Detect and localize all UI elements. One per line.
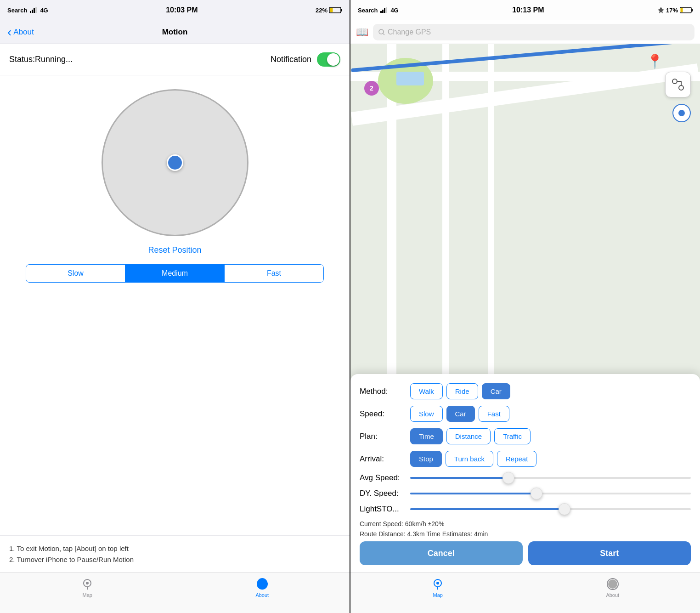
arrival-label: Arrival: [360,454,410,464]
dy-speed-thumb[interactable] [531,488,542,499]
joystick-dot[interactable] [167,154,183,171]
joystick-area: Reset Position Slow Medium Fast [0,75,350,535]
svg-rect-2 [34,8,35,13]
overlay-panel: Method: Walk Ride Car Speed: Slow Car Fa… [350,374,700,573]
notification-toggle[interactable] [317,52,340,67]
left-tab-bar: Map About [0,573,350,613]
svg-rect-14 [384,8,385,13]
dy-speed-slider[interactable] [410,493,691,494]
location-button[interactable] [672,104,691,122]
back-label: About [13,28,34,37]
speed-label: Speed: [360,409,410,419]
route-button[interactable] [665,72,691,97]
avg-speed-thumb[interactable] [502,472,514,484]
svg-point-11 [257,578,267,588]
right-battery-icon [680,7,693,13]
dy-speed-fill [410,493,536,494]
arrival-row: Arrival: Stop Turn back Repeat [360,451,691,467]
svg-rect-0 [30,11,31,13]
arrival-stop-button[interactable]: Stop [410,451,442,467]
left-tab-about-label: About [255,592,269,598]
instruction-2: 2. Turnover iPhone to Pause/Run Motion [9,554,340,565]
speed-slow-button[interactable]: Slow [410,406,443,422]
arrival-turnback-button[interactable]: Turn back [446,451,493,467]
right-tab-about-label: About [606,592,619,598]
plan-row: Plan: Time Distance Traffic [360,428,691,444]
status-notification-row: Status:Running... Notification [0,44,350,75]
destination-pin[interactable]: 📍 [646,53,663,69]
right-time: 10:13 PM [512,6,544,14]
right-carrier: Search [358,7,378,14]
dy-speed-label: DY. Speed: [360,489,410,498]
route-distance-info: Route Distance: 4.3km Time Estimates: 4m… [360,530,691,538]
speed-slow-button[interactable]: Slow [26,265,125,282]
lightsto-thumb[interactable] [559,503,570,515]
right-tab-map[interactable]: Map [350,578,525,598]
right-about-tab-icon [606,578,619,590]
cancel-button[interactable]: Cancel [360,541,523,565]
book-icon[interactable]: 📖 [356,26,368,38]
left-tab-map-label: Map [83,592,92,598]
battery-icon [329,7,342,13]
speed-buttons: Slow Car Fast [410,406,509,422]
left-carrier: Search [7,7,27,14]
svg-rect-3 [35,7,37,13]
method-walk-button[interactable]: Walk [410,383,443,399]
svg-point-19 [379,29,384,34]
avg-speed-slider[interactable] [410,477,691,479]
arrival-buttons: Stop Turn back Repeat [410,451,536,467]
speed-fast-button[interactable]: Fast [225,265,323,282]
svg-point-22 [679,85,683,90]
method-car-button[interactable]: Car [482,383,510,399]
nav-title: Motion [162,28,188,37]
start-button[interactable]: Start [528,541,691,565]
right-status-bar: Search 4G 10:13 PM 17% [350,0,700,20]
back-button[interactable]: About [7,26,34,39]
avg-speed-fill [410,477,508,479]
location-dot [677,108,686,118]
action-buttons: Cancel Start [360,541,691,565]
right-tab-about[interactable]: About [525,578,700,598]
search-icon [378,29,385,35]
avg-speed-row: Avg Speed: [360,473,691,482]
right-battery-pct: 17% [666,7,678,14]
left-nav-bar: About Motion [0,20,350,44]
right-status-left: Search 4G [358,7,399,14]
plan-time-button[interactable]: Time [410,428,443,444]
instruction-1: 1. To exit Motion, tap [About] on top le… [9,543,340,554]
svg-rect-12 [380,11,382,13]
left-tab-map[interactable]: Map [0,578,175,598]
method-ride-button[interactable]: Ride [446,383,478,399]
route-distance-text: Route Distance: 4.3km [360,530,425,538]
speed-car-button[interactable]: Car [446,406,475,422]
right-signal-icon [380,7,388,13]
speed-selector: Slow Medium Fast [26,264,324,283]
plan-distance-button[interactable]: Distance [446,428,491,444]
method-buttons: Walk Ride Car [410,383,510,399]
speed-medium-button[interactable]: Medium [125,265,225,282]
left-panel: Search 4G 10:03 PM 22% About Motion [0,0,350,613]
svg-rect-15 [386,7,387,13]
right-network: 4G [390,7,398,14]
svg-rect-18 [681,8,683,12]
svg-line-20 [383,34,384,35]
right-map-tab-icon [431,578,444,590]
joystick-circle[interactable] [102,89,248,236]
lightsto-label: LightSTO... [360,505,410,514]
notification-control: Notification [271,52,340,67]
left-tab-about[interactable]: About [175,578,350,598]
plan-label: Plan: [360,432,410,441]
lightsto-slider[interactable] [410,508,691,510]
arrival-repeat-button[interactable]: Repeat [497,451,536,467]
toggle-knob [327,53,339,66]
avg-speed-label: Avg Speed: [360,473,410,482]
svg-rect-5 [341,9,343,11]
plan-traffic-button[interactable]: Traffic [494,428,531,444]
about-tab-icon [256,578,269,590]
search-input-box[interactable]: Change GPS [373,24,694,40]
svg-point-29 [608,579,617,589]
speed-fast-button[interactable]: Fast [479,406,509,422]
reset-position-button[interactable]: Reset Position [148,245,201,255]
time-estimates-text: Time Estimates: 4min [426,530,488,538]
map-water [396,72,424,85]
